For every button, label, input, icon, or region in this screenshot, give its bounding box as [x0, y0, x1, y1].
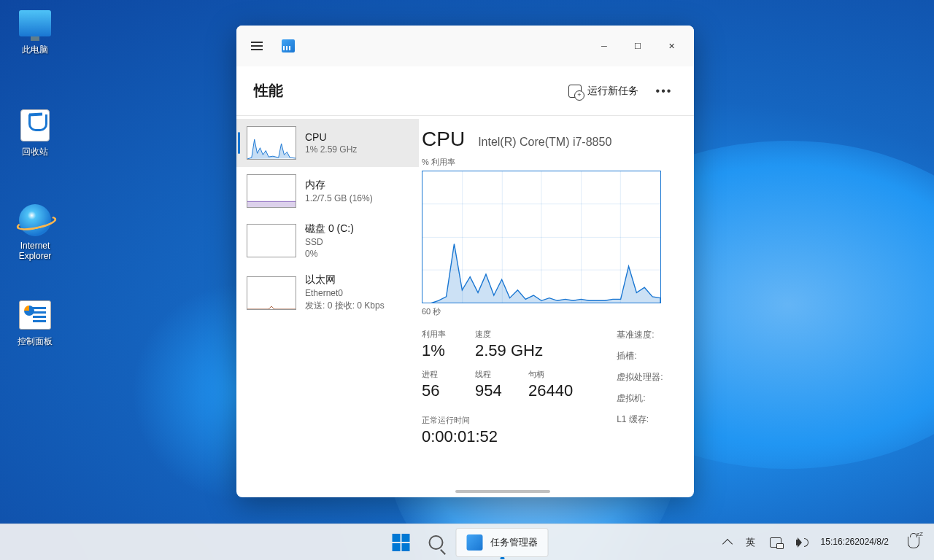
sidebar-item-disk[interactable]: 磁盘 0 (C:) SSD 0%	[236, 215, 419, 266]
icon-label: Internet Explorer	[7, 241, 63, 261]
stat-utilization: 利用率 1%	[422, 329, 462, 360]
system-tray: 英 15:16:26 2024/8/2	[719, 524, 930, 560]
memory-thumb	[247, 174, 296, 208]
taskbar-app-label: 任务管理器	[490, 536, 538, 549]
svg-rect-0	[247, 201, 296, 207]
run-new-task-button[interactable]: 运行新任务	[560, 80, 647, 102]
stats-right-col: 基准速度: 插槽: 虚拟处理器: 虚拟机: L1 缓存:	[617, 329, 663, 446]
main-panel: CPU Intel(R) Core(TM) i7-8850 % 利用率 60 秒	[419, 116, 694, 497]
desktop-icon-control-panel[interactable]: 控制面板	[7, 298, 63, 348]
page-title: 性能	[254, 81, 283, 101]
stat-threads: 线程 954	[475, 369, 515, 400]
volume-button[interactable]	[792, 534, 812, 551]
chart-label: % 利用率	[422, 157, 694, 168]
main-subheading: Intel(R) Core(TM) i7-8850	[478, 136, 611, 149]
icon-label: 控制面板	[7, 335, 63, 348]
task-manager-icon	[467, 534, 483, 551]
date: 2024/8/2	[854, 537, 889, 548]
volume-icon	[796, 537, 808, 548]
horizontal-scrollbar[interactable]	[455, 490, 550, 493]
monitor-icon	[19, 10, 51, 36]
new-task-label: 运行新任务	[587, 85, 638, 98]
ie-icon	[19, 204, 51, 236]
network-button[interactable]	[765, 534, 786, 551]
close-button[interactable]: ✕	[655, 31, 688, 61]
maximize-button[interactable]: ☐	[621, 31, 655, 61]
toolbar: 性能 运行新任务 •••	[236, 66, 694, 116]
desktop-icon-ie[interactable]: Internet Explorer	[7, 203, 63, 261]
taskbar-app-task-manager[interactable]: 任务管理器	[456, 528, 549, 557]
desktop-icon-recycle-bin[interactable]: 回收站	[7, 108, 63, 158]
sidebar-item-sub: 1.2/7.5 GB (16%)	[305, 193, 373, 203]
sidebar-item-sub: Ethernet0	[305, 288, 385, 298]
cpu-usage-chart	[422, 171, 661, 303]
stat-handles: 句柄 26440	[528, 369, 573, 400]
new-task-icon	[568, 85, 582, 98]
task-manager-window: ─ ☐ ✕ 性能 运行新任务 ••• CPU 1% 2.59 GHz	[236, 26, 694, 497]
sidebar-item-memory[interactable]: 内存 1.2/7.5 GB (16%)	[236, 167, 419, 215]
sidebar-item-cpu[interactable]: CPU 1% 2.59 GHz	[236, 119, 419, 167]
taskbar: 任务管理器 英 15:16:26 2024/8/2	[0, 524, 934, 560]
performance-sidebar: CPU 1% 2.59 GHz 内存 1.2/7.5 GB (16%) 磁盘 0…	[236, 116, 419, 497]
sidebar-item-title: 内存	[305, 179, 373, 192]
titlebar[interactable]: ─ ☐ ✕	[236, 26, 694, 66]
tray-overflow-button[interactable]	[719, 534, 736, 551]
start-button[interactable]	[386, 527, 417, 558]
desktop-icon-this-pc[interactable]: 此电脑	[7, 6, 63, 56]
sidebar-item-sub: 1% 2.59 GHz	[305, 144, 357, 155]
sidebar-item-title: 磁盘 0 (C:)	[305, 222, 354, 236]
sidebar-item-title: 以太网	[305, 273, 385, 287]
notifications-button[interactable]	[898, 534, 930, 551]
stat-speed: 速度 2.59 GHz	[475, 329, 543, 360]
disk-thumb	[247, 224, 296, 257]
cpu-thumb	[247, 126, 296, 160]
more-options-button[interactable]: •••	[652, 79, 676, 104]
chart-axis-label: 60 秒	[422, 306, 694, 317]
chevron-up-icon	[722, 538, 732, 548]
recycle-bin-icon	[20, 109, 50, 141]
network-icon	[770, 537, 781, 548]
stat-processes: 进程 56	[422, 369, 462, 400]
notification-icon	[908, 537, 919, 548]
icon-label: 回收站	[7, 146, 63, 158]
sidebar-item-sub: SSD	[305, 237, 354, 247]
task-manager-app-icon	[282, 39, 295, 52]
search-button[interactable]	[421, 527, 452, 558]
ime-indicator[interactable]: 英	[741, 533, 760, 552]
sidebar-item-sub2: 发送: 0 接收: 0 Kbps	[305, 300, 385, 312]
search-icon	[429, 535, 444, 550]
hamburger-icon[interactable]	[251, 42, 263, 50]
main-heading: CPU	[422, 128, 465, 151]
icon-label: 此电脑	[7, 44, 63, 56]
sidebar-item-ethernet[interactable]: 以太网 Ethernet0 发送: 0 接收: 0 Kbps	[236, 266, 419, 319]
sidebar-item-title: CPU	[305, 131, 357, 143]
time: 15:16:26	[821, 537, 855, 548]
clock[interactable]: 15:16:26 2024/8/2	[818, 537, 892, 548]
minimize-button[interactable]: ─	[587, 31, 621, 61]
stat-uptime: 正常运行时间 0:00:01:52	[422, 415, 573, 446]
control-panel-icon	[19, 300, 51, 330]
sidebar-item-sub2: 0%	[305, 249, 354, 259]
windows-logo-icon	[393, 534, 410, 551]
ethernet-thumb	[247, 276, 296, 310]
stats-grid: 利用率 1% 速度 2.59 GHz 进程 56	[422, 329, 694, 446]
